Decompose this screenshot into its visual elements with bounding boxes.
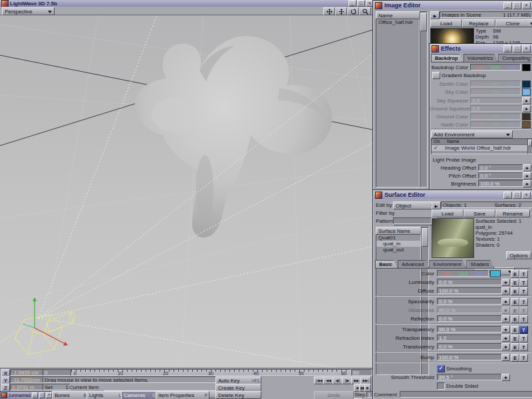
current-frame-field[interactable]: 0 (43, 369, 73, 376)
translucency-envelope-button[interactable]: E (511, 343, 519, 351)
refraction-texture-button[interactable]: T (519, 334, 528, 342)
pitch-offset-field[interactable]: 0.0 ° (478, 172, 525, 179)
close2-icon[interactable]: × (46, 392, 52, 398)
sky-color-field[interactable]: 120 180 240 (470, 88, 521, 95)
diffuse-envelope-button[interactable]: E (511, 287, 519, 295)
ground-squeeze-spinner[interactable] (522, 105, 531, 112)
bump-envelope-button[interactable]: E (511, 354, 519, 362)
tab-environment[interactable]: Environment (429, 260, 466, 268)
ground-color-field[interactable]: 050 040 030 (470, 113, 521, 120)
glossiness-spinner[interactable] (501, 307, 510, 314)
bump-spinner[interactable] (501, 354, 510, 361)
taskbar-window-item[interactable]: (unnamed... _ □ × (0, 391, 53, 399)
ie-close-icon[interactable]: × (522, 2, 531, 9)
item-tab-lights[interactable]: Lights L (86, 391, 123, 399)
pitch-offset-spinner[interactable] (523, 172, 531, 180)
smooth-threshold-field[interactable]: 89.5 ° (437, 374, 503, 380)
env-enabled-check-icon[interactable]: ✓ (434, 145, 445, 151)
item-tab-cameras[interactable]: Cameras C (121, 391, 158, 399)
brightness-field[interactable]: 100.0 % (478, 180, 525, 187)
set-field[interactable]: Set 1 (43, 384, 70, 390)
end-frame-field[interactable]: 60 (351, 369, 372, 376)
tab-shaders[interactable]: Shaders (466, 260, 494, 268)
edit-by-dropdown[interactable]: Object (393, 201, 438, 209)
backdrop-color-swatch[interactable] (522, 64, 531, 71)
luminosity-spinner[interactable] (501, 279, 510, 286)
tab-volumetrics[interactable]: Volumetrics (464, 54, 499, 62)
timeline-slider[interactable]: 0 10 20 30 40 50 60 (70, 369, 351, 376)
translucency-spinner[interactable] (501, 343, 510, 350)
color-rgb-field[interactable]: 064 184 207 (437, 270, 489, 277)
specularity-envelope-button[interactable]: E (511, 298, 519, 306)
restore-icon[interactable]: _ (32, 392, 38, 398)
reflection-envelope-button[interactable]: E (511, 315, 519, 323)
image-replace-button[interactable]: Replace (462, 19, 495, 27)
backdrop-color-field[interactable]: 000 000 000 (470, 64, 521, 70)
diffuse-texture-button[interactable]: T (519, 287, 528, 295)
luminosity-envelope-button[interactable]: E (511, 279, 519, 287)
fx-minimize-icon[interactable]: _ (503, 45, 512, 53)
tab-basic[interactable]: Basic (375, 260, 398, 268)
image-clone-dropdown[interactable]: Clone (495, 19, 532, 27)
bump-texture-button[interactable]: T (519, 354, 528, 362)
environment-list-item[interactable]: ✓ Image World Office_half.hdr (432, 145, 527, 151)
surface-options-button[interactable]: ▶ (432, 201, 441, 209)
image-scrollbar-thumb[interactable] (420, 13, 427, 31)
environment-list[interactable]: On Name ✓ Image World Office_half.hdr (431, 138, 528, 154)
luminosity-texture-button[interactable]: T (519, 279, 528, 287)
y-value-field[interactable]: -11.7532cm (10, 376, 45, 383)
specularity-field[interactable]: 0.0 % (437, 298, 503, 305)
effects-titlebar[interactable]: Effects _ □ × (430, 45, 532, 53)
image-list-scrollbar[interactable] (420, 11, 428, 188)
dolly-view-button[interactable] (335, 7, 347, 15)
refraction-index-spinner[interactable] (501, 334, 510, 342)
pattern-input[interactable] (393, 217, 432, 224)
options-button[interactable]: Options (506, 251, 531, 259)
refraction-index-field[interactable]: 1.2 (437, 334, 503, 341)
undo-button[interactable]: Undo (314, 391, 354, 399)
transparency-field[interactable]: 90.0 % (437, 326, 503, 332)
ie-maximize-icon[interactable]: □ (513, 2, 521, 9)
viewport-mode-dropdown[interactable]: Perspective (2, 7, 55, 15)
minimize-icon[interactable]: _ (348, 0, 356, 7)
fx-close-icon[interactable]: × (522, 45, 531, 53)
glossiness-field[interactable]: 40.0 % (437, 307, 503, 313)
image-editor-titlebar[interactable]: Image Editor _ □ × (374, 1, 532, 9)
luminosity-field[interactable]: 0.0 % (437, 279, 503, 285)
surface-tree-quat-out[interactable]: quat_out (376, 247, 420, 253)
refraction-envelope-button[interactable]: E (511, 334, 519, 342)
z-value-field[interactable]: 2.3731 m (10, 384, 45, 390)
reflection-field[interactable]: 0.0 % (437, 315, 503, 322)
surface-editor-titlebar[interactable]: Surface Editor _ □ × (374, 191, 532, 199)
surface-load-button[interactable]: Load (432, 209, 464, 217)
zenith-color-field[interactable]: 000 040 080 (470, 80, 521, 87)
glossiness-envelope-button[interactable]: E (511, 307, 519, 315)
se-maximize-icon[interactable]: □ (513, 192, 521, 199)
zenith-color-swatch[interactable] (522, 80, 531, 88)
double-sided-checkbox[interactable] (437, 382, 445, 390)
ground-color-swatch[interactable] (522, 113, 531, 120)
surface-tree-quat-in[interactable]: quat_in (376, 241, 420, 247)
fx-maximize-icon[interactable]: □ (513, 45, 521, 53)
comment-input[interactable] (400, 391, 532, 398)
tab-compositing[interactable]: Compositing (498, 54, 532, 62)
diffuse-spinner[interactable] (501, 287, 510, 295)
rotate-view-button[interactable] (347, 7, 359, 15)
specularity-spinner[interactable] (501, 298, 510, 305)
surface-rename-button[interactable]: Rename (495, 209, 530, 217)
sky-squeeze-spinner[interactable] (522, 97, 531, 104)
nadir-color-swatch[interactable] (522, 121, 531, 128)
transparency-texture-button[interactable]: T (519, 326, 528, 334)
reflection-texture-button[interactable]: T (519, 315, 528, 323)
surface-scrollbar-thumb[interactable] (422, 228, 428, 247)
bump-field[interactable]: 100.0 % (437, 354, 503, 360)
pan-view-button[interactable] (323, 7, 335, 15)
surface-save-button[interactable]: Save (464, 209, 495, 217)
specularity-texture-button[interactable]: T (519, 298, 528, 306)
image-list-item[interactable]: Office_half.hdr (376, 19, 419, 25)
add-environment-dropdown[interactable]: Add Environment (431, 130, 513, 138)
smooth-threshold-spinner[interactable] (501, 374, 510, 381)
env-list-scrollbar[interactable] (527, 138, 532, 154)
nadir-color-field[interactable]: 100 080 060 (470, 121, 521, 128)
surface-tree-object[interactable]: Quat01 (376, 235, 420, 241)
